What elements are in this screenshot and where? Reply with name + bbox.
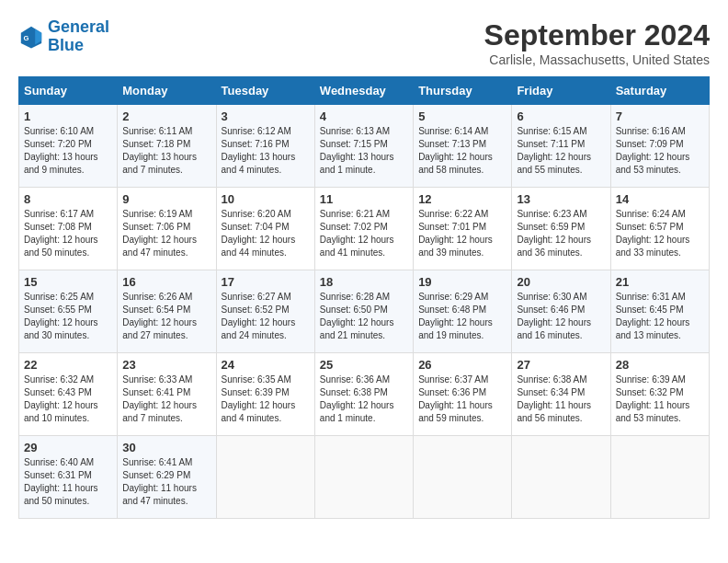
- day-number: 22: [24, 358, 112, 372]
- calendar-cell: 3 Sunrise: 6:12 AM Sunset: 7:16 PM Dayli…: [216, 105, 314, 188]
- cell-info: Sunrise: 6:27 AM Sunset: 6:52 PM Dayligh…: [222, 291, 310, 342]
- day-number: 25: [320, 358, 408, 372]
- cell-info: Sunrise: 6:31 AM Sunset: 6:45 PM Dayligh…: [616, 291, 704, 342]
- logo-line1: General: [48, 17, 109, 36]
- cell-info: Sunrise: 6:24 AM Sunset: 6:57 PM Dayligh…: [616, 208, 704, 259]
- calendar-table: SundayMondayTuesdayWednesdayThursdayFrid…: [18, 76, 710, 519]
- cell-info: Sunrise: 6:33 AM Sunset: 6:41 PM Dayligh…: [122, 373, 210, 425]
- calendar-week-row: 8 Sunrise: 6:17 AM Sunset: 7:08 PM Dayli…: [19, 188, 710, 270]
- calendar-cell: 12 Sunrise: 6:22 AM Sunset: 7:01 PM Dayl…: [414, 188, 512, 270]
- cell-info: Sunrise: 6:28 AM Sunset: 6:50 PM Dayligh…: [320, 291, 408, 342]
- cell-info: Sunrise: 6:37 AM Sunset: 6:36 PM Dayligh…: [418, 373, 506, 425]
- calendar-week-row: 29 Sunrise: 6:40 AM Sunset: 6:31 PM Dayl…: [19, 436, 710, 519]
- calendar-cell: [610, 436, 709, 519]
- header-sunday: Sunday: [19, 77, 118, 105]
- day-number: 15: [24, 275, 112, 289]
- calendar-cell: [216, 436, 314, 519]
- cell-info: Sunrise: 6:21 AM Sunset: 7:02 PM Dayligh…: [320, 208, 408, 259]
- cell-info: Sunrise: 6:22 AM Sunset: 7:01 PM Dayligh…: [418, 208, 506, 259]
- calendar-cell: 1 Sunrise: 6:10 AM Sunset: 7:20 PM Dayli…: [19, 105, 118, 188]
- cell-info: Sunrise: 6:39 AM Sunset: 6:32 PM Dayligh…: [616, 373, 704, 425]
- day-number: 23: [122, 358, 210, 372]
- cell-info: Sunrise: 6:40 AM Sunset: 6:31 PM Dayligh…: [24, 456, 112, 508]
- calendar-cell: 8 Sunrise: 6:17 AM Sunset: 7:08 PM Dayli…: [19, 188, 118, 270]
- cell-info: Sunrise: 6:38 AM Sunset: 6:34 PM Dayligh…: [517, 373, 605, 425]
- day-number: 26: [418, 358, 506, 372]
- day-number: 4: [320, 109, 408, 123]
- day-number: 1: [24, 109, 112, 123]
- cell-info: Sunrise: 6:10 AM Sunset: 7:20 PM Dayligh…: [24, 125, 112, 177]
- cell-info: Sunrise: 6:32 AM Sunset: 6:43 PM Dayligh…: [24, 373, 112, 425]
- day-number: 29: [24, 441, 112, 454]
- logo: G General Blue: [18, 18, 109, 55]
- cell-info: Sunrise: 6:12 AM Sunset: 7:16 PM Dayligh…: [222, 125, 310, 177]
- day-number: 9: [122, 192, 210, 206]
- calendar-cell: 10 Sunrise: 6:20 AM Sunset: 7:04 PM Dayl…: [216, 188, 314, 270]
- day-number: 12: [418, 192, 506, 206]
- calendar-cell: [414, 436, 512, 519]
- day-number: 8: [24, 192, 112, 206]
- calendar-cell: 17 Sunrise: 6:27 AM Sunset: 6:52 PM Dayl…: [216, 270, 314, 353]
- header-wednesday: Wednesday: [314, 77, 413, 105]
- calendar-cell: 11 Sunrise: 6:21 AM Sunset: 7:02 PM Dayl…: [314, 188, 413, 270]
- cell-info: Sunrise: 6:20 AM Sunset: 7:04 PM Dayligh…: [222, 208, 310, 259]
- cell-info: Sunrise: 6:29 AM Sunset: 6:48 PM Dayligh…: [418, 291, 506, 342]
- cell-info: Sunrise: 6:19 AM Sunset: 7:06 PM Dayligh…: [122, 208, 210, 259]
- day-number: 14: [616, 192, 704, 206]
- calendar-cell: 18 Sunrise: 6:28 AM Sunset: 6:50 PM Dayl…: [314, 270, 413, 353]
- calendar-cell: 27 Sunrise: 6:38 AM Sunset: 6:34 PM Dayl…: [512, 353, 610, 436]
- day-number: 3: [222, 109, 310, 123]
- day-number: 11: [320, 192, 408, 206]
- calendar-cell: 4 Sunrise: 6:13 AM Sunset: 7:15 PM Dayli…: [314, 105, 413, 188]
- month-title: September 2024: [484, 18, 710, 52]
- title-block: September 2024 Carlisle, Massachusetts, …: [484, 18, 710, 67]
- cell-info: Sunrise: 6:41 AM Sunset: 6:29 PM Dayligh…: [122, 456, 210, 508]
- calendar-cell: 21 Sunrise: 6:31 AM Sunset: 6:45 PM Dayl…: [610, 270, 709, 353]
- calendar-cell: 25 Sunrise: 6:36 AM Sunset: 6:38 PM Dayl…: [314, 353, 413, 436]
- cell-info: Sunrise: 6:23 AM Sunset: 6:59 PM Dayligh…: [517, 208, 605, 259]
- cell-info: Sunrise: 6:30 AM Sunset: 6:46 PM Dayligh…: [517, 291, 605, 342]
- cell-info: Sunrise: 6:26 AM Sunset: 6:54 PM Dayligh…: [122, 291, 210, 342]
- calendar-week-row: 15 Sunrise: 6:25 AM Sunset: 6:55 PM Dayl…: [19, 270, 710, 353]
- svg-text:G: G: [24, 34, 29, 42]
- calendar-cell: 24 Sunrise: 6:35 AM Sunset: 6:39 PM Dayl…: [216, 353, 314, 436]
- cell-info: Sunrise: 6:17 AM Sunset: 7:08 PM Dayligh…: [24, 208, 112, 259]
- day-number: 20: [517, 275, 605, 289]
- header-saturday: Saturday: [610, 77, 709, 105]
- calendar-cell: 22 Sunrise: 6:32 AM Sunset: 6:43 PM Dayl…: [19, 353, 118, 436]
- calendar-header-row: SundayMondayTuesdayWednesdayThursdayFrid…: [19, 77, 710, 105]
- day-number: 21: [616, 275, 704, 289]
- day-number: 28: [616, 358, 704, 372]
- day-number: 19: [418, 275, 506, 289]
- calendar-cell: 15 Sunrise: 6:25 AM Sunset: 6:55 PM Dayl…: [19, 270, 118, 353]
- day-number: 2: [122, 109, 210, 123]
- calendar-cell: 26 Sunrise: 6:37 AM Sunset: 6:36 PM Dayl…: [414, 353, 512, 436]
- calendar-cell: 13 Sunrise: 6:23 AM Sunset: 6:59 PM Dayl…: [512, 188, 610, 270]
- header-tuesday: Tuesday: [216, 77, 314, 105]
- day-number: 27: [517, 358, 605, 372]
- cell-info: Sunrise: 6:25 AM Sunset: 6:55 PM Dayligh…: [24, 291, 112, 342]
- calendar-cell: 6 Sunrise: 6:15 AM Sunset: 7:11 PM Dayli…: [512, 105, 610, 188]
- logo-line2: Blue: [48, 36, 84, 54]
- cell-info: Sunrise: 6:15 AM Sunset: 7:11 PM Dayligh…: [517, 125, 605, 177]
- header-thursday: Thursday: [414, 77, 512, 105]
- calendar-cell: 5 Sunrise: 6:14 AM Sunset: 7:13 PM Dayli…: [414, 105, 512, 188]
- calendar-cell: [512, 436, 610, 519]
- calendar-cell: 29 Sunrise: 6:40 AM Sunset: 6:31 PM Dayl…: [19, 436, 118, 519]
- cell-info: Sunrise: 6:35 AM Sunset: 6:39 PM Dayligh…: [222, 373, 310, 425]
- page-header: G General Blue September 2024 Carlisle, …: [18, 18, 710, 67]
- day-number: 30: [122, 441, 210, 454]
- day-number: 13: [517, 192, 605, 206]
- calendar-cell: 20 Sunrise: 6:30 AM Sunset: 6:46 PM Dayl…: [512, 270, 610, 353]
- calendar-cell: 7 Sunrise: 6:16 AM Sunset: 7:09 PM Dayli…: [610, 105, 709, 188]
- day-number: 18: [320, 275, 408, 289]
- calendar-cell: 19 Sunrise: 6:29 AM Sunset: 6:48 PM Dayl…: [414, 270, 512, 353]
- day-number: 16: [122, 275, 210, 289]
- calendar-cell: 16 Sunrise: 6:26 AM Sunset: 6:54 PM Dayl…: [118, 270, 216, 353]
- calendar-cell: 2 Sunrise: 6:11 AM Sunset: 7:18 PM Dayli…: [118, 105, 216, 188]
- calendar-cell: 23 Sunrise: 6:33 AM Sunset: 6:41 PM Dayl…: [118, 353, 216, 436]
- calendar-cell: 30 Sunrise: 6:41 AM Sunset: 6:29 PM Dayl…: [118, 436, 216, 519]
- cell-info: Sunrise: 6:16 AM Sunset: 7:09 PM Dayligh…: [616, 125, 704, 177]
- calendar-cell: 9 Sunrise: 6:19 AM Sunset: 7:06 PM Dayli…: [118, 188, 216, 270]
- header-friday: Friday: [512, 77, 610, 105]
